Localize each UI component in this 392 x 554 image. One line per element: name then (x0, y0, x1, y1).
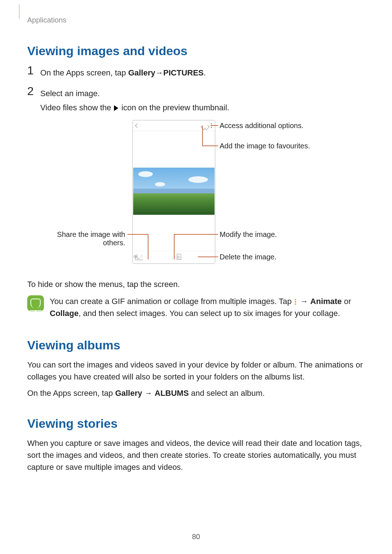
callout-options: Access additional options. (220, 122, 303, 130)
step-number: 2 (27, 85, 40, 97)
text: Video files show the icon on the preview… (40, 102, 229, 114)
callout-modify: Modify the image. (220, 230, 277, 239)
albums-text-2: On the Apps screen, tap Gallery → ALBUMS… (27, 387, 365, 399)
collage-label: Collage (50, 309, 78, 318)
note-box: You can create a GIF animation or collag… (27, 295, 365, 321)
heading-viewing-stories: Viewing stories (27, 416, 365, 431)
arrow: → (298, 297, 310, 306)
text: and select an album. (189, 389, 265, 398)
step-body: On the Apps screen, tap Gallery → PICTUR… (40, 65, 206, 79)
text: . (204, 68, 206, 77)
page-number: 80 (0, 533, 392, 541)
text: , and then select images. You can select… (78, 309, 340, 318)
note-bell-icon (27, 295, 44, 311)
back-icon[interactable] (135, 123, 140, 128)
step-1: 1 On the Apps screen, tap Gallery → PICT… (27, 65, 365, 79)
page-decoration (19, 4, 20, 19)
play-icon (114, 105, 118, 111)
text: On the Apps screen, tap (27, 389, 115, 398)
arrow: → (155, 67, 163, 79)
step-body: Select an image. Video files show the ic… (40, 85, 229, 114)
pictures-label: PICTURES (163, 68, 204, 77)
albums-text: You can sort the images and videos saved… (27, 359, 365, 383)
edit-icon[interactable] (138, 255, 143, 260)
gallery-label: Gallery (128, 68, 155, 77)
text: Video files show the (40, 103, 113, 112)
favourite-icon[interactable] (203, 123, 207, 128)
delete-icon[interactable] (177, 255, 181, 260)
callout-delete: Delete the image. (220, 253, 277, 261)
heading-viewing-albums: Viewing albums (27, 338, 365, 352)
text: On the Apps screen, tap (40, 68, 128, 77)
hide-menus-text: To hide or show the menus, tap the scree… (27, 278, 365, 290)
albums-label: ALBUMS (155, 389, 189, 398)
share-icon[interactable] (133, 255, 138, 260)
text: icon on the preview thumbnail. (122, 103, 229, 112)
more-options-icon (295, 299, 297, 305)
animate-label: Animate (310, 297, 342, 306)
callout-share: Share the image with others. (42, 230, 125, 247)
arrow: → (142, 389, 155, 398)
note-text: You can create a GIF animation or collag… (50, 295, 365, 319)
text: Select an image. (40, 87, 229, 99)
step-2: 2 Select an image. Video files show the … (27, 85, 365, 114)
photo-preview[interactable] (133, 168, 215, 215)
gallery-label: Gallery (115, 389, 142, 398)
stories-text: When you capture or save images and vide… (27, 437, 365, 473)
step-number: 1 (27, 65, 40, 76)
text: You can create a GIF animation or collag… (50, 297, 294, 306)
heading-viewing-images: Viewing images and videos (27, 44, 365, 58)
steps-list: 1 On the Apps screen, tap Gallery → PICT… (27, 65, 365, 114)
phone-diagram: Access additional options. Add the image… (27, 120, 365, 272)
breadcrumb: Applications (27, 16, 365, 24)
callout-favourite: Add the image to favourites. (220, 142, 310, 150)
text: or (342, 297, 351, 306)
